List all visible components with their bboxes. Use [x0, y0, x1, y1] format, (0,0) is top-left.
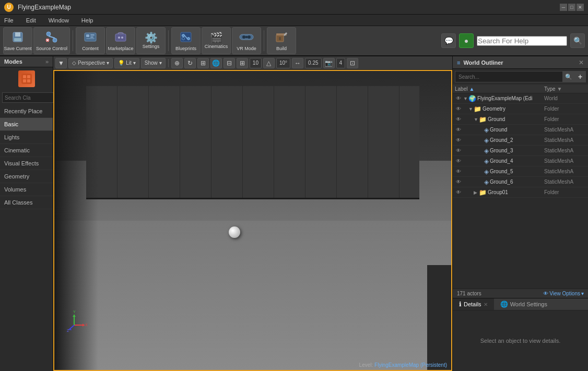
toolbar-separator-1 — [73, 30, 73, 51]
details-tab-close[interactable]: ✕ — [484, 302, 488, 307]
world-outliner-header: ≡ World Outliner ✕ — [453, 56, 588, 69]
nav-volumes[interactable]: Volumes — [0, 183, 53, 196]
chat-icon-btn[interactable]: 💬 — [441, 33, 456, 48]
world-settings-tab[interactable]: 🌐 World Settings — [494, 298, 554, 310]
toolbar-separator-3 — [264, 30, 264, 51]
blueprints-button[interactable]: Blueprints — [171, 27, 201, 54]
svg-rect-31 — [23, 75, 26, 78]
item-type: StaticMeshA — [544, 179, 586, 185]
col-type-header[interactable]: Type ▼ — [544, 86, 586, 92]
tree-item-flyingmap[interactable]: 👁 ▼ 🌍 FlyingExampleMap (Edi World — [453, 93, 588, 104]
transform-btn[interactable]: ⊕ — [171, 58, 183, 68]
details-empty-message: Select an object to view details. — [480, 338, 560, 344]
nav-recently-place[interactable]: Recently Place — [0, 105, 53, 118]
menu-edit[interactable]: Edit — [24, 16, 38, 25]
minimize-btn[interactable]: ─ — [560, 4, 567, 11]
scale-btn[interactable]: ⊞ — [197, 58, 209, 68]
svg-rect-26 — [245, 36, 248, 38]
tree-item-ground3[interactable]: 👁 ◈ Ground_3 StaticMeshA — [453, 146, 588, 156]
source-control-label: Source Control — [36, 46, 67, 51]
tree-item-ground[interactable]: 👁 ◈ Ground StaticMeshA — [453, 125, 588, 135]
world-btn[interactable]: 🌐 — [210, 58, 222, 68]
visibility-icon[interactable]: 👁 — [455, 116, 462, 123]
nav-visual-effects[interactable]: Visual Effects — [0, 157, 53, 170]
svg-rect-34 — [27, 79, 30, 82]
outliner-columns: Label ▲ Type ▼ — [453, 85, 588, 93]
details-tab[interactable]: ℹ Details ✕ — [453, 298, 494, 310]
visibility-icon[interactable]: 👁 — [455, 158, 462, 165]
expand-icon[interactable]: ▼ — [468, 106, 474, 112]
nav-basic[interactable]: Basic — [0, 118, 53, 131]
tree-item-ground6[interactable]: 👁 ◈ Ground_6 StaticMeshA — [453, 177, 588, 187]
grid-size-value[interactable]: 10 — [250, 58, 262, 68]
outliner-search: 🔍 + — [453, 69, 588, 85]
notification-icon-btn[interactable]: ● — [459, 33, 474, 48]
nav-geometry[interactable]: Geometry — [0, 170, 53, 183]
search-help-btn[interactable]: 🔍 — [570, 33, 585, 48]
tree-item-geometry[interactable]: 👁 ▼ 📁 Geometry Folder — [453, 104, 588, 114]
visibility-icon[interactable]: 👁 — [455, 105, 462, 113]
angle-value[interactable]: 10° — [276, 58, 290, 68]
maximize-viewport-btn[interactable]: ⊡ — [347, 58, 358, 68]
show-btn[interactable]: Show ▾ — [141, 58, 166, 68]
menu-help[interactable]: Help — [79, 16, 96, 25]
view-options-btn[interactable]: 👁 View Options ▾ — [543, 291, 584, 296]
lit-btn[interactable]: 💡 Lit ▾ — [114, 58, 139, 68]
save-current-button[interactable]: Save Current — [3, 27, 32, 54]
nav-lights[interactable]: Lights — [0, 131, 53, 144]
item-name: Ground — [490, 127, 544, 133]
expand-icon[interactable]: ▼ — [463, 96, 468, 101]
close-btn[interactable]: ✕ — [577, 4, 584, 11]
outliner-search-input[interactable] — [455, 71, 563, 82]
tree-item-ground2[interactable]: 👁 ◈ Ground_2 StaticMeshA — [453, 135, 588, 146]
tree-item-ground5[interactable]: 👁 ◈ Ground_5 StaticMeshA — [453, 166, 588, 177]
vp-sep-1 — [168, 59, 169, 67]
outliner-close-btn[interactable]: ✕ — [579, 59, 584, 66]
content-button[interactable]: Content — [76, 27, 105, 54]
tree-item-ground4[interactable]: 👁 ◈ Ground_4 StaticMeshA — [453, 156, 588, 166]
build-button[interactable]: Build — [267, 27, 296, 54]
source-control-button[interactable]: Source Control — [33, 27, 70, 54]
visibility-icon[interactable]: 👁 — [455, 168, 462, 175]
svg-marker-38 — [83, 324, 85, 327]
search-help-input[interactable] — [477, 36, 567, 46]
tree-item-group01[interactable]: 👁 ▶ 📁 Group01 Folder — [453, 187, 588, 198]
maximize-btn[interactable]: □ — [568, 4, 575, 11]
visibility-icon[interactable]: 👁 — [455, 137, 462, 144]
col-label-header[interactable]: Label ▲ — [455, 86, 544, 92]
visibility-icon[interactable]: 👁 — [455, 189, 462, 196]
grid-btn[interactable]: ⊞ — [237, 58, 248, 68]
settings-button[interactable]: ⚙️ Settings — [136, 27, 166, 54]
menu-window[interactable]: Window — [46, 16, 71, 25]
level-text: Level: FlyingExampleMap (Persistent) — [359, 362, 447, 368]
visibility-icon[interactable]: 👁 — [455, 126, 462, 134]
world-settings-label: World Settings — [510, 301, 547, 307]
visibility-icon[interactable]: 👁 — [455, 178, 462, 186]
menu-file[interactable]: File — [2, 16, 16, 25]
marketplace-button[interactable]: Marketplace — [106, 27, 135, 54]
camera-value[interactable]: 4 — [336, 58, 346, 68]
modes-expand-btn[interactable]: » — [45, 58, 49, 65]
view-options-icon: 👁 — [543, 291, 548, 296]
outliner-title: World Outliner — [463, 59, 575, 66]
viewport[interactable]: X Y Z Level: FlyingExampleMap (Persisten… — [53, 70, 452, 371]
ue-logo: U — [4, 3, 14, 12]
window-controls[interactable]: ─ □ ✕ — [560, 4, 584, 11]
expand-icon[interactable]: ▶ — [474, 190, 479, 195]
expand-icon[interactable]: ▼ — [474, 117, 479, 122]
lit-icon: 💡 — [118, 60, 124, 66]
cinematics-button[interactable]: 🎬 Cinematics — [202, 27, 231, 54]
visibility-icon[interactable]: 👁 — [455, 95, 462, 102]
tree-item-ground-folder[interactable]: 👁 ▼ 📁 Ground Folder — [453, 114, 588, 125]
visibility-icon[interactable]: 👁 — [455, 147, 462, 154]
nav-all-classes[interactable]: All Classes — [0, 196, 53, 209]
viewport-menu-btn[interactable]: ▼ — [55, 58, 67, 68]
surface-snapping-btn[interactable]: ⊟ — [224, 58, 235, 68]
rotate-btn[interactable]: ↻ — [184, 58, 196, 68]
vr-mode-button[interactable]: VR Mode — [232, 27, 261, 54]
perspective-btn[interactable]: ◇ Perspective ▾ — [68, 58, 113, 68]
outliner-add-btn[interactable]: + — [574, 71, 586, 82]
nav-cinematic[interactable]: Cinematic — [0, 144, 53, 157]
outliner-search-btn[interactable]: 🔍 — [563, 71, 574, 82]
scale-value[interactable]: 0.25 — [305, 58, 321, 68]
